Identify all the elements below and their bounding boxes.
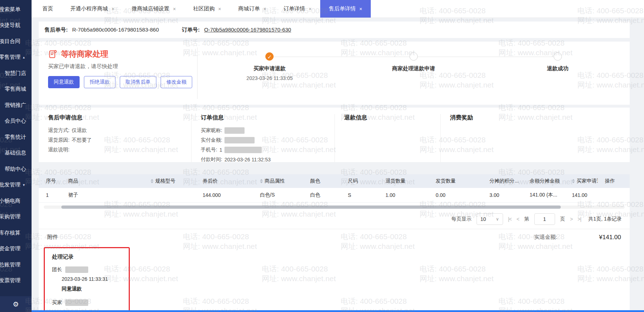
info-row: 实付金额: bbox=[201, 137, 325, 143]
info-row-label: 退货方式: bbox=[48, 127, 70, 134]
column-header-label: 买家申请退款金额 bbox=[577, 178, 598, 184]
gear-icon: ⚙ bbox=[13, 300, 19, 308]
sidebar-item-帮助中心[interactable]: 帮助中心 bbox=[0, 161, 32, 177]
sidebar-item-label: 帮助中心 bbox=[5, 166, 26, 172]
last-page-button[interactable]: >| bbox=[578, 216, 581, 222]
column-header-inner: 分摊的积分... bbox=[489, 178, 522, 184]
sidebar-item-发票管理[interactable]: 发票管理 bbox=[0, 273, 32, 289]
sidebar-item-资金管理[interactable]: 资金管理 bbox=[0, 241, 32, 257]
tab-close-icon[interactable]: × bbox=[264, 6, 266, 12]
tab-close-icon[interactable]: × bbox=[359, 6, 362, 12]
process-record-role: 买家 bbox=[52, 299, 62, 306]
同意退款-button[interactable]: 同意退款 bbox=[48, 76, 80, 88]
info-row: 手机号:1 bbox=[201, 146, 325, 153]
column-header-label: 规格型号 bbox=[155, 178, 175, 184]
order-number-card: 售后单号: R-70b5a980c0006-1679801583-860 订单号… bbox=[39, 22, 630, 38]
timeline-step: ✓买家申请退款2023-03-26 11:33:05 bbox=[198, 52, 342, 105]
sort-icon[interactable] bbox=[572, 179, 575, 183]
sidebar-item-营销推广[interactable]: 营销推广 bbox=[0, 97, 32, 113]
column-header-label: 颜色 bbox=[310, 178, 320, 184]
column-header-inner: 序号 bbox=[46, 178, 61, 184]
aftersale-number-label: 售后单号: bbox=[44, 27, 68, 33]
tab-商城订单[interactable]: 商城订单× bbox=[230, 0, 275, 18]
column-header-余额分摊金额: 余额分摊金额 bbox=[522, 174, 565, 188]
page-size-select[interactable]: 10 ∨ bbox=[477, 213, 503, 225]
horizontal-scrollbar-thumb[interactable] bbox=[61, 205, 561, 209]
sidebar-item-零售统计[interactable]: 零售统计 bbox=[0, 129, 32, 145]
arrow-down-icon: ▼ bbox=[22, 183, 25, 187]
sidebar-item-库存核算[interactable]: 库存核算 bbox=[0, 225, 32, 241]
sidebar-item-基础信息[interactable]: 基础信息 bbox=[0, 145, 32, 161]
info-row-value: 不想要了 bbox=[72, 137, 92, 143]
sidebar-item-零售管理[interactable]: 零售管理▲ bbox=[0, 49, 32, 66]
sidebar: 搜索菜单快捷导航项目合同零售管理▲智慧门店零售商城营销推广会员中心零售统计基础信… bbox=[0, 0, 32, 312]
tab-订单详情[interactable]: 订单详情× bbox=[275, 0, 320, 18]
拒绝退款-button[interactable]: 拒绝退款 bbox=[84, 76, 115, 88]
sidebar-item-快捷导航[interactable]: 快捷导航 bbox=[0, 18, 32, 34]
column-header-序号: 序号 bbox=[39, 174, 61, 188]
goods-table-body: 1裙子144.000白色/S白色S1.000.003.00141.00 (本..… bbox=[39, 188, 630, 202]
tab-close-icon[interactable]: × bbox=[112, 6, 114, 12]
info-section-title: 消费奖励 bbox=[450, 114, 620, 122]
column-header-label: 商品属性 bbox=[265, 178, 285, 184]
tab-开通小程序商城[interactable]: 开通小程序商城× bbox=[62, 0, 123, 18]
next-page-button[interactable]: > bbox=[570, 216, 573, 222]
column-header-label: 商品 bbox=[68, 178, 78, 184]
info-row: 买家昵称: bbox=[201, 127, 325, 134]
tab-首页[interactable]: 首页 bbox=[34, 0, 62, 18]
column-header-发货数量: 发货数量 bbox=[428, 174, 482, 188]
info-section-售后申请信息: 售后申请信息退货方式:仅退款退货原因:不想要了退款说明: bbox=[39, 114, 191, 162]
sidebar-item-会员中心[interactable]: 会员中心 bbox=[0, 113, 32, 129]
info-card: 售后申请信息退货方式:仅退款退货原因:不想要了退款说明:订单信息买家昵称:实付金… bbox=[39, 108, 630, 162]
sidebar-item-项目合同[interactable]: 项目合同 bbox=[0, 33, 32, 49]
column-header-退货数量: 退货数量 bbox=[378, 174, 428, 188]
tab-售后单详情[interactable]: 售后单详情× bbox=[320, 0, 371, 18]
info-row-label: 手机号: bbox=[201, 147, 217, 153]
sidebar-item-总账管理[interactable]: 总账管理 bbox=[0, 257, 32, 273]
column-header-买家申请退款金额[interactable]: 买家申请退款金额 bbox=[565, 174, 598, 188]
tab-微商城店铺设置[interactable]: 微商城店铺设置× bbox=[123, 0, 184, 18]
prev-page-button[interactable]: < bbox=[516, 216, 519, 222]
tab-close-icon[interactable]: × bbox=[173, 6, 176, 12]
sidebar-item-label: 项目合同 bbox=[0, 38, 20, 45]
修改金额-button[interactable]: 修改金额 bbox=[161, 76, 192, 88]
tab-close-icon[interactable]: × bbox=[218, 6, 221, 12]
column-header-inner: 退货数量 bbox=[385, 178, 428, 184]
sidebar-item-小畅电商[interactable]: 小畅电商 bbox=[0, 193, 32, 209]
info-section-title: 退款信息 bbox=[344, 114, 431, 122]
column-header-商品属性[interactable]: 商品属性 bbox=[253, 174, 303, 188]
timeline-step-label: 买家申请退款 bbox=[198, 65, 342, 72]
sidebar-item-搜索菜单[interactable]: 搜索菜单 bbox=[0, 1, 32, 18]
attachment-row: 附件 实退金额: ¥141.00 bbox=[39, 229, 630, 244]
timeline-step-label: 退款成功 bbox=[486, 65, 630, 72]
sidebar-item-采购管理[interactable]: 采购管理 bbox=[0, 209, 32, 225]
sidebar-item-智慧门店[interactable]: 智慧门店 bbox=[0, 65, 32, 81]
table-cell: 141.00 bbox=[565, 188, 598, 202]
sidebar-settings[interactable]: ⚙ bbox=[0, 296, 32, 312]
attachment-label: 附件 bbox=[47, 234, 58, 241]
column-header-label: 分摊的积分... bbox=[489, 178, 519, 184]
process-log-annotation-box: 处理记录 团长2023-03-26 11:33:31同意退款买家2023-03-… bbox=[44, 247, 130, 312]
info-row-value: 2023-03-26 11:32:53 bbox=[224, 157, 271, 162]
table-cell bbox=[143, 188, 195, 202]
sidebar-item-label: 会员中心 bbox=[5, 118, 26, 124]
status-subtitle: 买家已申请退款，请尽快处理 bbox=[48, 63, 188, 70]
column-header-inner: 尺码 bbox=[348, 178, 378, 184]
process-record-head: 买家 bbox=[52, 299, 129, 306]
column-header-inner: 发货数量 bbox=[436, 178, 482, 184]
column-header-inner: 商品 bbox=[68, 178, 143, 184]
sidebar-item-批发管理[interactable]: 批发管理▼ bbox=[0, 177, 32, 193]
sidebar-item-零售商城[interactable]: 零售商城 bbox=[0, 81, 32, 98]
tab-社区团购[interactable]: 社区团购× bbox=[184, 0, 229, 18]
column-header-规格型号[interactable]: 规格型号 bbox=[143, 174, 195, 188]
tab-label: 售后单详情 bbox=[329, 5, 356, 12]
取消售后单-button[interactable]: 取消售后单 bbox=[120, 76, 156, 88]
process-log-records: 团长2023-03-26 11:33:31同意退款买家2023-03-26 11… bbox=[52, 266, 129, 312]
order-number-link[interactable]: O-70b5a980c0006-1679801570-630 bbox=[204, 27, 291, 33]
page-number-input[interactable] bbox=[534, 213, 555, 225]
first-page-button[interactable]: |< bbox=[508, 216, 512, 222]
tab-close-icon[interactable]: × bbox=[309, 6, 312, 12]
sort-icon[interactable] bbox=[151, 179, 153, 183]
sort-icon[interactable] bbox=[260, 179, 263, 183]
info-row: 退款说明: bbox=[48, 146, 182, 153]
